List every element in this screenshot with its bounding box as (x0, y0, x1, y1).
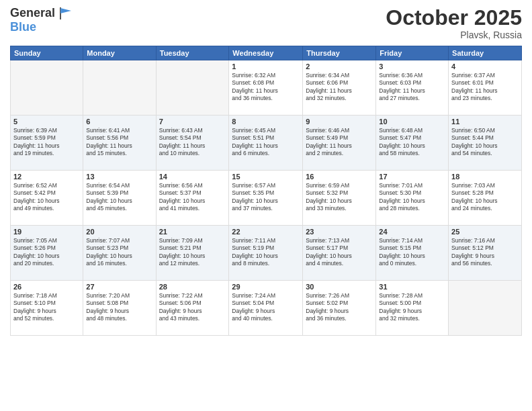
day-info: Sunrise: 6:45 AM Sunset: 5:51 PM Dayligh… (232, 127, 300, 158)
calendar-week-row: 19Sunrise: 7:05 AM Sunset: 5:26 PM Dayli… (11, 226, 522, 281)
day-info: Sunrise: 7:05 AM Sunset: 5:26 PM Dayligh… (13, 237, 80, 268)
calendar-week-row: 1Sunrise: 6:32 AM Sunset: 6:08 PM Daylig… (11, 60, 522, 116)
day-info: Sunrise: 6:41 AM Sunset: 5:56 PM Dayligh… (86, 127, 152, 158)
day-info: Sunrise: 7:22 AM Sunset: 5:06 PM Dayligh… (159, 292, 226, 323)
table-row: 19Sunrise: 7:05 AM Sunset: 5:26 PM Dayli… (11, 226, 83, 281)
day-info: Sunrise: 7:01 AM Sunset: 5:30 PM Dayligh… (379, 182, 445, 213)
day-number: 15 (232, 173, 300, 181)
table-row: 25Sunrise: 7:16 AM Sunset: 5:12 PM Dayli… (449, 226, 522, 281)
location: Plavsk, Russia (386, 30, 522, 40)
header: General Blue October 2025 Plavsk, Russia (10, 7, 522, 40)
day-info: Sunrise: 6:48 AM Sunset: 5:47 PM Dayligh… (379, 127, 445, 158)
day-info: Sunrise: 7:09 AM Sunset: 5:21 PM Dayligh… (159, 237, 226, 268)
calendar-table: Sunday Monday Tuesday Wednesday Thursday… (10, 46, 522, 336)
table-row: 27Sunrise: 7:20 AM Sunset: 5:08 PM Dayli… (83, 281, 156, 336)
day-number: 17 (379, 173, 445, 181)
month-title: October 2025 (386, 7, 522, 28)
table-row (156, 60, 229, 116)
day-number: 18 (451, 173, 519, 181)
table-row: 16Sunrise: 6:59 AM Sunset: 5:32 PM Dayli… (303, 171, 376, 226)
day-number: 23 (306, 228, 373, 236)
table-row: 14Sunrise: 6:56 AM Sunset: 5:37 PM Dayli… (156, 171, 229, 226)
day-number: 7 (159, 118, 226, 126)
table-row: 1Sunrise: 6:32 AM Sunset: 6:08 PM Daylig… (229, 60, 303, 116)
table-row: 13Sunrise: 6:54 AM Sunset: 5:39 PM Dayli… (83, 171, 156, 226)
day-info: Sunrise: 6:56 AM Sunset: 5:37 PM Dayligh… (159, 182, 226, 213)
table-row: 3Sunrise: 6:36 AM Sunset: 6:03 PM Daylig… (376, 60, 449, 116)
day-number: 22 (232, 228, 300, 236)
day-number: 29 (232, 283, 300, 291)
day-number: 24 (379, 228, 445, 236)
day-info: Sunrise: 6:50 AM Sunset: 5:44 PM Dayligh… (451, 127, 519, 158)
col-monday: Monday (83, 46, 156, 60)
table-row: 11Sunrise: 6:50 AM Sunset: 5:44 PM Dayli… (449, 116, 522, 171)
day-info: Sunrise: 7:14 AM Sunset: 5:15 PM Dayligh… (379, 237, 445, 268)
day-number: 30 (306, 283, 373, 291)
table-row (449, 281, 522, 336)
day-info: Sunrise: 7:13 AM Sunset: 5:17 PM Dayligh… (306, 237, 373, 268)
table-row: 24Sunrise: 7:14 AM Sunset: 5:15 PM Dayli… (376, 226, 449, 281)
day-number: 8 (232, 118, 300, 126)
day-info: Sunrise: 7:28 AM Sunset: 5:00 PM Dayligh… (379, 292, 445, 323)
day-number: 20 (86, 228, 152, 236)
day-number: 13 (86, 173, 152, 181)
calendar-header-row: Sunday Monday Tuesday Wednesday Thursday… (11, 46, 522, 60)
day-number: 6 (86, 118, 152, 126)
title-section: October 2025 Plavsk, Russia (386, 7, 522, 40)
table-row: 21Sunrise: 7:09 AM Sunset: 5:21 PM Dayli… (156, 226, 229, 281)
table-row: 2Sunrise: 6:34 AM Sunset: 6:06 PM Daylig… (303, 60, 376, 116)
col-saturday: Saturday (449, 46, 522, 60)
logo-flag-icon (59, 7, 74, 19)
logo: General Blue (10, 7, 74, 33)
day-info: Sunrise: 6:37 AM Sunset: 6:01 PM Dayligh… (451, 72, 519, 103)
day-info: Sunrise: 6:52 AM Sunset: 5:42 PM Dayligh… (13, 182, 80, 213)
table-row: 4Sunrise: 6:37 AM Sunset: 6:01 PM Daylig… (449, 60, 522, 116)
table-row: 10Sunrise: 6:48 AM Sunset: 5:47 PM Dayli… (376, 116, 449, 171)
day-info: Sunrise: 7:26 AM Sunset: 5:02 PM Dayligh… (306, 292, 373, 323)
col-tuesday: Tuesday (156, 46, 229, 60)
table-row: 23Sunrise: 7:13 AM Sunset: 5:17 PM Dayli… (303, 226, 376, 281)
day-number: 31 (379, 283, 445, 291)
day-info: Sunrise: 6:36 AM Sunset: 6:03 PM Dayligh… (379, 72, 445, 103)
day-number: 11 (451, 118, 519, 126)
day-number: 21 (159, 228, 226, 236)
logo-general-text: General (10, 6, 55, 19)
day-number: 10 (379, 118, 445, 126)
day-info: Sunrise: 7:20 AM Sunset: 5:08 PM Dayligh… (86, 292, 152, 323)
table-row: 6Sunrise: 6:41 AM Sunset: 5:56 PM Daylig… (83, 116, 156, 171)
day-number: 1 (232, 62, 300, 71)
calendar-week-row: 12Sunrise: 6:52 AM Sunset: 5:42 PM Dayli… (11, 171, 522, 226)
col-wednesday: Wednesday (229, 46, 303, 60)
day-info: Sunrise: 6:43 AM Sunset: 5:54 PM Dayligh… (159, 127, 226, 158)
day-info: Sunrise: 6:54 AM Sunset: 5:39 PM Dayligh… (86, 182, 152, 213)
day-number: 28 (159, 283, 226, 291)
table-row (11, 60, 83, 116)
day-number: 25 (451, 228, 519, 236)
table-row: 28Sunrise: 7:22 AM Sunset: 5:06 PM Dayli… (156, 281, 229, 336)
table-row: 17Sunrise: 7:01 AM Sunset: 5:30 PM Dayli… (376, 171, 449, 226)
calendar-week-row: 5Sunrise: 6:39 AM Sunset: 5:59 PM Daylig… (11, 116, 522, 171)
col-thursday: Thursday (303, 46, 376, 60)
table-row (83, 60, 156, 116)
day-number: 14 (159, 173, 226, 181)
table-row: 26Sunrise: 7:18 AM Sunset: 5:10 PM Dayli… (11, 281, 83, 336)
day-info: Sunrise: 6:39 AM Sunset: 5:59 PM Dayligh… (13, 127, 80, 158)
day-info: Sunrise: 7:16 AM Sunset: 5:12 PM Dayligh… (451, 237, 519, 268)
table-row: 5Sunrise: 6:39 AM Sunset: 5:59 PM Daylig… (11, 116, 83, 171)
table-row: 7Sunrise: 6:43 AM Sunset: 5:54 PM Daylig… (156, 116, 229, 171)
table-row: 30Sunrise: 7:26 AM Sunset: 5:02 PM Dayli… (303, 281, 376, 336)
day-number: 3 (379, 62, 445, 71)
table-row: 22Sunrise: 7:11 AM Sunset: 5:19 PM Dayli… (229, 226, 303, 281)
day-info: Sunrise: 7:07 AM Sunset: 5:23 PM Dayligh… (86, 237, 152, 268)
table-row: 31Sunrise: 7:28 AM Sunset: 5:00 PM Dayli… (376, 281, 449, 336)
day-info: Sunrise: 7:11 AM Sunset: 5:19 PM Dayligh… (232, 237, 300, 268)
table-row: 20Sunrise: 7:07 AM Sunset: 5:23 PM Dayli… (83, 226, 156, 281)
day-number: 16 (306, 173, 373, 181)
day-info: Sunrise: 6:32 AM Sunset: 6:08 PM Dayligh… (232, 72, 300, 103)
day-number: 12 (13, 173, 80, 181)
day-number: 26 (13, 283, 80, 291)
day-number: 2 (306, 62, 373, 71)
logo-blue-text: Blue (10, 20, 36, 34)
col-sunday: Sunday (11, 46, 83, 60)
table-row: 9Sunrise: 6:46 AM Sunset: 5:49 PM Daylig… (303, 116, 376, 171)
